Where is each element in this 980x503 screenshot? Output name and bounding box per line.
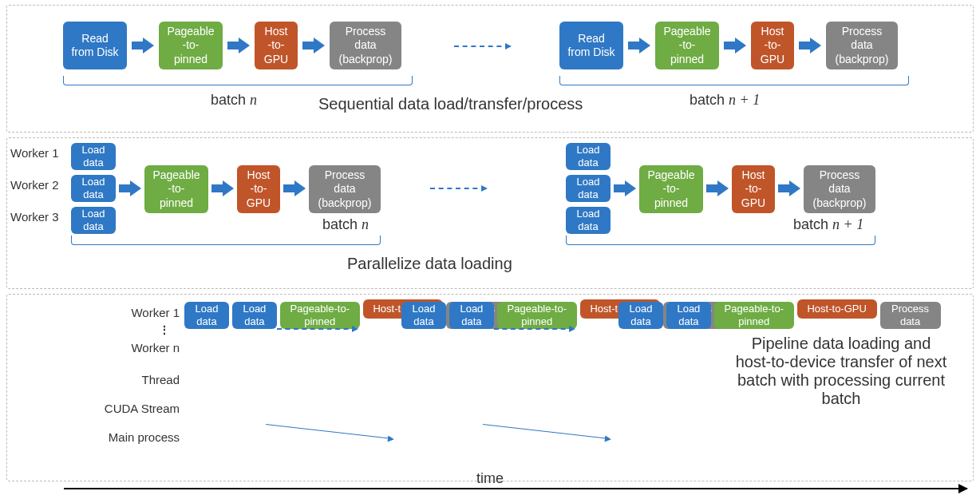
dashed-arrow-icon <box>277 328 357 330</box>
host-gpu-box: Host-to-GPU <box>255 22 298 69</box>
process-box: Processdata(backprop) <box>826 22 898 69</box>
arrow-icon <box>227 39 250 52</box>
pageable-label: Pageable-to-pinned <box>167 25 214 67</box>
dashed-arrow-icon <box>454 46 510 47</box>
caption-pipeline: Pipeline data loading and host-to-device… <box>733 335 949 408</box>
host-gpu-box: Host-to-GPU <box>237 165 280 213</box>
arrow-icon <box>211 182 234 195</box>
batch-n-label: batch n <box>211 92 257 109</box>
vdots-icon: ⋮ <box>159 328 170 333</box>
pageable-box: Pageable-to-pinned <box>144 165 208 213</box>
time-arrow-icon <box>64 488 967 489</box>
arrow-icon <box>132 39 154 52</box>
caption-sequential: Sequential data load/transfer/process <box>318 95 583 113</box>
process-box: Processdata(backprop) <box>330 22 401 69</box>
pageable-box: Pageable-to-pinned <box>497 302 577 329</box>
load-box: Loaddata <box>566 207 611 234</box>
arrow-icon <box>283 182 306 195</box>
arrow-icon <box>614 182 636 195</box>
cuda-label: CUDA Stream <box>20 402 180 415</box>
load-box: Loaddata <box>449 302 494 329</box>
arrow-icon <box>706 182 729 195</box>
brace-icon <box>71 236 381 245</box>
solid-arrow-icon <box>483 424 610 439</box>
load-box: Loaddata <box>232 302 277 329</box>
arrow-icon <box>119 182 141 195</box>
pageable-box: Pageable-to-pinned <box>655 22 719 69</box>
arrow-icon <box>628 39 650 52</box>
load-box: Loaddata <box>71 175 116 202</box>
arrow-icon <box>724 39 746 52</box>
host-gpu-box: Host-to-GPU <box>732 165 775 213</box>
main-label: Main process <box>20 430 180 444</box>
process-box: Processdata(backprop) <box>309 165 381 213</box>
seq-batch-n1: Readfrom Disk Pageable-to-pinned Host-to… <box>559 22 898 69</box>
solid-arrow-icon <box>266 424 393 439</box>
dashed-arrow-icon <box>430 188 486 189</box>
arrow-icon <box>302 39 325 52</box>
host-gpu-box: Host-to-GPU <box>751 22 794 69</box>
caption-parallel: Parallelize data loading <box>347 255 512 273</box>
pageable-box: Pageable-to-pinned <box>280 302 360 329</box>
pageable-box: Pageable-to-pinned <box>714 302 794 329</box>
read-disk-box: Readfrom Disk <box>63 22 127 69</box>
load-box: Loaddata <box>666 302 711 329</box>
panel-parallel: Worker 1 Worker 2 Worker 3 Loaddata Load… <box>6 137 974 289</box>
arrow-icon <box>799 39 821 52</box>
process-label: Processdata(backprop) <box>339 25 393 67</box>
load-box: Loaddata <box>566 175 611 202</box>
brace-icon <box>63 76 413 85</box>
thread-label: Thread <box>20 373 180 386</box>
host-gpu-label: Host-to-GPU <box>264 25 288 67</box>
load-box: Loaddata <box>618 302 663 329</box>
brace-icon <box>559 76 909 85</box>
load-box: Loaddata <box>71 143 116 170</box>
process-box: Processdata <box>880 302 941 329</box>
batch-np1-label: batch n + 1 <box>690 92 760 109</box>
seq-batch-n: Readfrom Disk Pageable-to-pinned Host-to… <box>63 22 401 69</box>
pageable-box: Pageable-to-pinned <box>159 22 223 69</box>
batch-n-label: batch n <box>322 216 369 233</box>
load-box: Loaddata <box>184 302 229 329</box>
load-box: Loaddata <box>566 143 611 170</box>
brace-icon <box>566 236 875 245</box>
read-disk-label: Readfrom Disk <box>71 32 118 60</box>
time-axis: time <box>6 486 974 503</box>
pipe-col3: Loaddata Loaddata Pageable-to-pinned Hos… <box>618 299 941 335</box>
worker1-label: Worker 1 <box>10 146 59 160</box>
pageable-box: Pageable-to-pinned <box>639 165 703 213</box>
dashed-arrow-icon <box>494 328 574 330</box>
worker1-label: Worker 1 <box>20 306 180 319</box>
process-box: Processdata(backprop) <box>804 165 875 213</box>
batch-np1-label: batch n + 1 <box>793 216 863 233</box>
workern-label: Worker n <box>20 341 180 354</box>
worker2-label: Worker 2 <box>10 178 59 192</box>
read-disk-box: Readfrom Disk <box>559 22 623 69</box>
host-gpu-box: Host-to-GPU <box>797 299 877 319</box>
panel-sequential: Readfrom Disk Pageable-to-pinned Host-to… <box>6 5 974 133</box>
arrow-icon <box>778 182 800 195</box>
worker3-label: Worker 3 <box>10 210 59 224</box>
load-box: Loaddata <box>401 302 446 329</box>
time-label: time <box>476 470 504 487</box>
load-box: Loaddata <box>71 207 116 234</box>
panel-pipeline: Worker 1 ⋮ Worker n Thread CUDA Stream M… <box>6 294 974 481</box>
